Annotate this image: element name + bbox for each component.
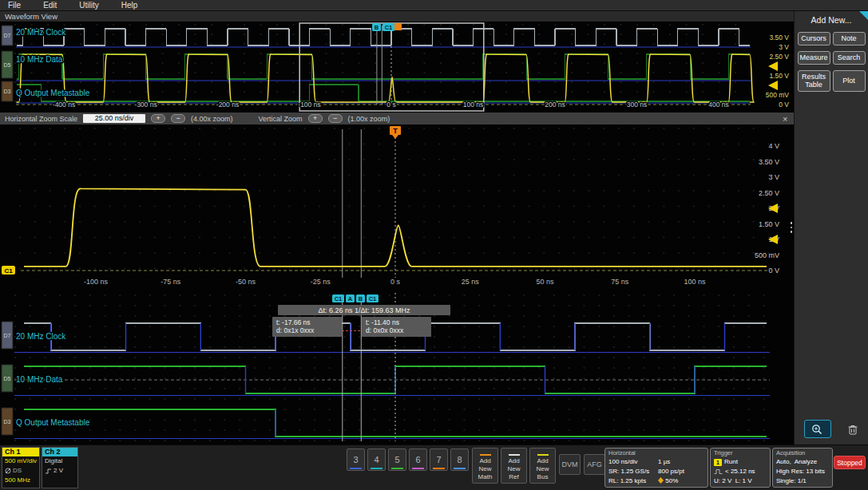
trigger-source-chip: 1 — [714, 459, 722, 466]
afg-button[interactable]: AFG — [584, 454, 605, 475]
time-tick-label: 100 ns — [463, 101, 484, 109]
hzoom-scale-label: Horizontal Zoom Scale — [5, 115, 77, 123]
oscilloscope-app: File Edit Utility Help Waveform View BC1… — [0, 0, 868, 490]
add-search-button[interactable]: Search — [833, 51, 866, 65]
channel-6-button[interactable]: 6 — [409, 449, 427, 471]
acquisition-settings-panel[interactable]: Acquisition Auto, Analyze High Res: 13 b… — [772, 448, 833, 488]
cursor-badge-label: B — [359, 295, 363, 302]
menu-item-utility[interactable]: Utility — [79, 1, 98, 10]
add-new-math-button[interactable]: Add New Math — [472, 448, 498, 484]
digital-plot[interactable]: C1ABC1Δt: 6.26 ns 1/Δt: 159.63 MHzt: -17… — [0, 293, 794, 445]
vzoom-decrease-button[interactable]: − — [328, 114, 343, 123]
math-color-dash — [480, 454, 491, 456]
volt-tick-label: 3 V — [768, 173, 779, 181]
bus-color-dash — [537, 454, 549, 456]
trigger-level-marker[interactable] — [768, 81, 778, 90]
dvm-button[interactable]: DVM — [559, 454, 581, 475]
channel-label[interactable]: 10 MHz Data — [16, 375, 63, 384]
time-tick-label: 300 ns — [627, 101, 648, 109]
add-note-button[interactable]: Note — [833, 32, 866, 45]
vzoom-increase-button[interactable]: + — [308, 114, 323, 123]
time-tick-label: 50 ns — [536, 278, 554, 286]
channel-badge-label: C1 — [4, 267, 13, 275]
channel-label[interactable]: 10 MHz Data — [16, 55, 63, 64]
trigger-badge-label: T — [393, 127, 398, 135]
channel-4-button[interactable]: 4 — [367, 449, 386, 471]
add-cursors-button[interactable]: Cursors — [798, 32, 830, 45]
channel-8-button[interactable]: 8 — [450, 449, 469, 471]
channel-2-mode: Digital — [42, 456, 77, 466]
trigger-condition: < 25.12 ns — [725, 467, 755, 476]
digital-channel-tab-label: D3 — [4, 89, 11, 94]
cursor-badge-label: B — [375, 24, 379, 31]
hzoom-scale-value[interactable]: 25.00 ns/div — [83, 114, 145, 123]
add-measure-button[interactable]: Measure — [798, 51, 830, 65]
horizontal-title: Horizontal — [608, 449, 704, 457]
channel-2-badge[interactable]: Ch 2 Digital 2 V — [42, 447, 78, 488]
horizontal-scale: 100 ns/div — [608, 457, 658, 467]
time-tick-label: 0 s — [386, 101, 395, 109]
menu-item-help[interactable]: Help — [121, 1, 138, 10]
runt-pulse-icon — [714, 468, 723, 475]
menu-item-edit[interactable]: Edit — [43, 1, 57, 10]
channel-2-name: Ch 2 — [42, 448, 77, 456]
channel-label[interactable]: Q Output Metastable — [16, 89, 90, 97]
channel-1-scale: 500 mV/div — [2, 456, 39, 466]
channel-7-button[interactable]: 7 — [430, 449, 448, 471]
channel-1-badge[interactable]: Ch 1 500 mV/div DS 500 MHz — [2, 447, 40, 488]
hzoom-decrease-button[interactable]: − — [171, 114, 185, 123]
channel-label[interactable]: 20 MHz Clock — [16, 28, 66, 37]
cursor-badge-label: A — [348, 295, 353, 302]
volt-tick-label: 500 mV — [755, 251, 779, 259]
volt-tick-label: 500 mV — [766, 91, 790, 99]
time-tick-label: -100 ns — [298, 101, 320, 109]
hzoom-increase-button[interactable]: + — [151, 114, 165, 123]
time-tick-label: 100 ns — [684, 278, 706, 286]
panel-drag-handle[interactable] — [791, 222, 793, 233]
cursor-a-data: d: 0x1x 0xxx — [276, 326, 315, 334]
waveform-area: Waveform View BC1-400 ns-300 ns-200 ns-1… — [0, 11, 794, 445]
zoom-mode-button[interactable] — [804, 420, 831, 438]
channel-label[interactable]: Q Output Metastable — [16, 418, 90, 427]
menu-item-file[interactable]: File — [8, 1, 21, 10]
zoom-plot[interactable]: -100 ns-75 ns-50 ns-25 ns0 s25 ns50 ns75… — [0, 124, 794, 293]
results-bar: Add New... Cursors Note Measure Search R… — [794, 11, 868, 445]
trigger-settings-panel[interactable]: Trigger 1 Runt < 25.12 ns U: 2 V L: 1 V — [710, 448, 771, 488]
time-tick-label: -400 ns — [53, 101, 75, 109]
time-tick-label: -200 ns — [216, 101, 239, 109]
acquisition-mode: Auto, Analyze — [776, 457, 829, 467]
volt-tick-label: 3.50 V — [759, 158, 779, 166]
graticule — [14, 294, 771, 443]
time-tick-label: -75 ns — [161, 278, 181, 286]
cursor-b-data: d: 0x0x 0xxx — [366, 326, 404, 334]
add-new-ref-button[interactable]: Add New Ref — [501, 448, 527, 484]
volt-tick-label: 3.50 V — [769, 34, 789, 41]
overview-plot[interactable]: BC1-400 ns-300 ns-200 ns-100 ns0 s100 ns… — [0, 22, 794, 113]
acquisition-detail: High Res: 13 bits — [776, 467, 829, 476]
settings-bar: Ch 1 500 mV/div DS 500 MHz Ch 2 Digital … — [0, 445, 868, 490]
panel-collapse-icon[interactable] — [859, 11, 868, 20]
horizontal-sample-rate: SR: 1.25 GS/s — [608, 467, 658, 476]
time-tick-label: 75 ns — [611, 278, 629, 286]
acquisition-title: Acquisition — [776, 449, 829, 457]
acquisition-single: Single: 1/1 — [776, 476, 829, 486]
volt-tick-label: 1.50 V — [759, 220, 779, 228]
channel-1-bandwidth: 500 MHz — [2, 476, 39, 485]
trash-button[interactable] — [842, 420, 863, 438]
time-tick-label: -25 ns — [311, 278, 331, 286]
channel-5-button[interactable]: 5 — [388, 449, 406, 471]
zoom-close-icon[interactable]: × — [778, 113, 789, 124]
channel-3-button[interactable]: 3 — [347, 449, 365, 471]
trigger-position-marker[interactable] — [394, 23, 402, 30]
run-stop-button[interactable]: Stopped — [834, 456, 866, 469]
add-new-bus-button[interactable]: Add New Bus — [529, 448, 556, 484]
add-results-table-button[interactable]: Results Table — [798, 70, 830, 93]
cursor-badge-label: C1 — [369, 295, 377, 302]
trigger-levels: U: 2 V L: 1 V — [714, 476, 767, 486]
trigger-level-marker[interactable] — [768, 61, 778, 71]
horizontal-settings-panel[interactable]: Horizontal 100 ns/div 1 µs SR: 1.25 GS/s… — [604, 448, 708, 488]
time-tick-label: -100 ns — [84, 278, 109, 286]
cursor-delta-text: Δt: 6.26 ns 1/Δt: 159.63 MHz — [318, 306, 410, 314]
add-plot-button[interactable]: Plot — [833, 70, 866, 93]
channel-label[interactable]: 20 MHz Clock — [16, 332, 66, 341]
